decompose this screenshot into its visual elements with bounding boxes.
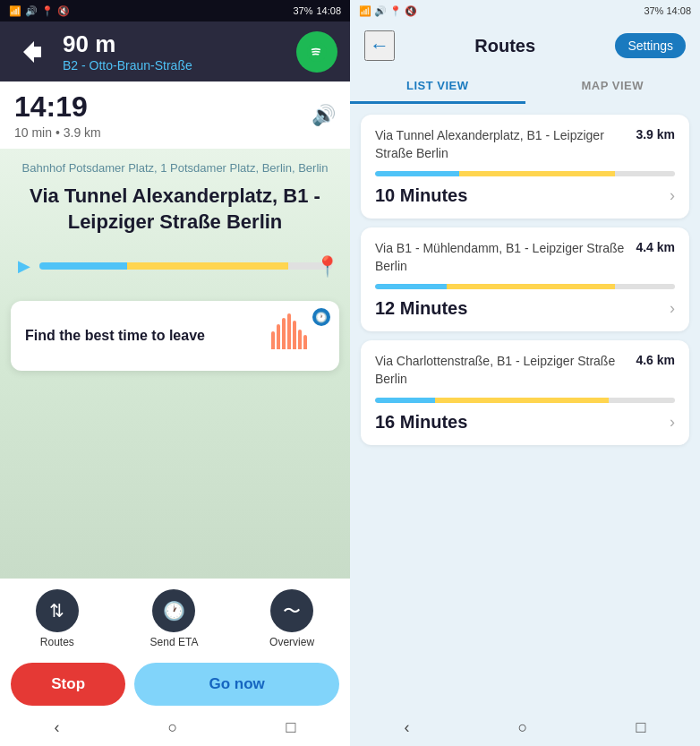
clock-icon: 🕐 bbox=[312, 308, 330, 326]
home-sys-btn-right[interactable]: ○ bbox=[518, 718, 528, 737]
send-eta-btn[interactable]: 🕐 Send ETA bbox=[150, 589, 199, 648]
left-sys-nav: ‹ ○ □ bbox=[0, 713, 350, 746]
home-sys-btn[interactable]: ○ bbox=[168, 718, 178, 737]
bar-4 bbox=[287, 313, 291, 349]
route-card-3-header: Via Charlottenstraße, B1 - Leipziger Str… bbox=[375, 353, 675, 388]
battery-left: 37% bbox=[293, 5, 312, 16]
status-right: 37% 14:08 bbox=[293, 5, 341, 16]
routes-nav-btn[interactable]: ⇅ Routes bbox=[36, 589, 79, 648]
progress-track: 📍 bbox=[39, 262, 332, 270]
signal-icon: 📶 bbox=[9, 5, 21, 17]
route-card-2-time: 12 Minutes bbox=[375, 298, 467, 319]
route-card-3-footer: 16 Minutes › bbox=[375, 412, 675, 433]
turn-arrow bbox=[13, 32, 52, 72]
action-buttons: Stop Go now bbox=[0, 654, 350, 713]
route-card-1[interactable]: Via Tunnel Alexanderplatz, B1 - Leipzige… bbox=[361, 115, 689, 219]
play-icon: ▶ bbox=[18, 256, 30, 276]
chart-icon: 🕐 bbox=[271, 313, 325, 358]
route-card-1-footer: 10 Minutes › bbox=[375, 185, 675, 206]
progress-yellow bbox=[127, 262, 288, 270]
volume-icon[interactable]: 🔊 bbox=[312, 104, 336, 127]
route-card-2-header: Via B1 - Mühlendamm, B1 - Leipziger Stra… bbox=[375, 240, 675, 275]
route-card-3-dist: 4.6 km bbox=[636, 353, 675, 367]
progress-blue bbox=[39, 262, 127, 270]
eta-bar: 14:19 10 min • 3.9 km 🔊 bbox=[0, 81, 350, 149]
go-now-button[interactable]: Go now bbox=[134, 663, 339, 706]
location-icon: 📍 bbox=[41, 5, 54, 17]
routes-header: ← Routes Settings bbox=[350, 21, 700, 61]
bar-7 bbox=[303, 335, 307, 349]
route-1-yellow bbox=[459, 171, 615, 176]
bar-2 bbox=[277, 324, 280, 349]
route-card-1-arrow: › bbox=[670, 186, 675, 205]
recent-sys-btn-right[interactable]: □ bbox=[636, 718, 646, 737]
destination-text: Bahnhof Potsdamer Platz, 1 Potsdamer Pla… bbox=[0, 149, 350, 180]
route-card-3-arrow: › bbox=[670, 413, 675, 432]
send-eta-label: Send ETA bbox=[150, 636, 199, 648]
eta-time: 14:19 bbox=[14, 90, 101, 124]
back-sys-btn-right[interactable]: ‹ bbox=[405, 718, 410, 737]
route-card-1-progress bbox=[375, 171, 675, 176]
map-pin-icon: 📍 bbox=[315, 255, 339, 279]
route-card-1-time: 10 Minutes bbox=[375, 185, 467, 206]
time-left: 14:08 bbox=[316, 5, 341, 16]
route-card-1-name: Via Tunnel Alexanderplatz, B1 - Leipzige… bbox=[375, 127, 628, 162]
route-card-3-name: Via Charlottenstraße, B1 - Leipziger Str… bbox=[375, 353, 628, 388]
route-card-1-dist: 3.9 km bbox=[636, 127, 675, 141]
route-card-2-name: Via B1 - Mühlendamm, B1 - Leipziger Stra… bbox=[375, 240, 628, 275]
eta-meta: 10 min • 3.9 km bbox=[14, 125, 101, 140]
route-card-3-progress bbox=[375, 398, 675, 403]
route-card-2[interactable]: Via B1 - Mühlendamm, B1 - Leipziger Stra… bbox=[361, 227, 689, 331]
map-area: Bahnhof Potsdamer Platz, 1 Potsdamer Pla… bbox=[0, 149, 350, 579]
route-card-2-dist: 4.4 km bbox=[636, 240, 675, 254]
route-card-2-footer: 12 Minutes › bbox=[375, 298, 675, 319]
route-1-blue bbox=[375, 171, 459, 176]
nav-distance: 90 m bbox=[63, 30, 286, 58]
bar-1 bbox=[271, 331, 275, 349]
route-card-3-time: 16 Minutes bbox=[375, 412, 467, 433]
recent-sys-btn[interactable]: □ bbox=[286, 718, 296, 737]
route-card-3[interactable]: Via Charlottenstraße, B1 - Leipziger Str… bbox=[361, 340, 689, 444]
bluetooth-icon: 🔊 bbox=[25, 5, 38, 17]
settings-button[interactable]: Settings bbox=[615, 33, 686, 58]
battery-right: 37% bbox=[644, 5, 663, 16]
right-status-info: 37% 14:08 bbox=[644, 5, 691, 16]
route-3-yellow bbox=[435, 398, 609, 403]
status-icons-left: 📶 🔊 📍 🔇 bbox=[9, 5, 70, 17]
right-sys-nav: ‹ ○ □ bbox=[350, 713, 700, 746]
route-2-blue bbox=[375, 284, 447, 289]
best-time-card[interactable]: Find the best time to leave 🕐 bbox=[11, 301, 339, 371]
bottom-nav: ⇅ Routes 🕐 Send ETA 〜 Overview bbox=[0, 579, 350, 654]
route-2-yellow bbox=[447, 284, 615, 289]
stop-button[interactable]: Stop bbox=[11, 663, 125, 706]
time-right: 14:08 bbox=[666, 5, 691, 16]
left-status-bar: 📶 🔊 📍 🔇 37% 14:08 bbox=[0, 0, 350, 21]
overview-label: Overview bbox=[269, 636, 314, 648]
route-list: Via Tunnel Alexanderplatz, B1 - Leipzige… bbox=[350, 104, 700, 713]
route-card-2-progress bbox=[375, 284, 675, 289]
back-sys-btn[interactable]: ‹ bbox=[55, 718, 60, 737]
tab-list-view[interactable]: LIST VIEW bbox=[350, 70, 525, 104]
mute-icon: 🔇 bbox=[57, 5, 70, 17]
tab-map-view[interactable]: MAP VIEW bbox=[525, 70, 701, 104]
spotify-button[interactable] bbox=[296, 31, 337, 73]
eta-info: 14:19 10 min • 3.9 km bbox=[14, 90, 101, 140]
send-eta-icon: 🕐 bbox=[152, 589, 195, 632]
route-card-2-arrow: › bbox=[670, 299, 675, 318]
back-button[interactable]: ← bbox=[364, 30, 395, 61]
overview-btn[interactable]: 〜 Overview bbox=[269, 589, 314, 648]
nav-header: 90 m B2 - Otto-Braun-Straße bbox=[0, 21, 350, 81]
overview-icon: 〜 bbox=[270, 589, 313, 632]
right-status-icons: 📶 🔊 📍 🔇 bbox=[359, 5, 417, 17]
bar-6 bbox=[298, 330, 302, 349]
routes-title: Routes bbox=[395, 36, 615, 56]
nav-street: B2 - Otto-Braun-Straße bbox=[63, 58, 286, 73]
right-panel: 📶 🔊 📍 🔇 37% 14:08 ← Routes Settings LIST… bbox=[350, 0, 700, 746]
bar-5 bbox=[293, 321, 296, 349]
routes-nav-label: Routes bbox=[40, 636, 74, 648]
left-route-name: Via Tunnel Alexanderplatz, B1 - Leipzige… bbox=[0, 180, 350, 247]
tab-bar: LIST VIEW MAP VIEW bbox=[350, 61, 700, 104]
right-status-bar: 📶 🔊 📍 🔇 37% 14:08 bbox=[350, 0, 700, 21]
left-panel: 📶 🔊 📍 🔇 37% 14:08 90 m B2 - Otto-Braun-S… bbox=[0, 0, 350, 746]
routes-nav-icon: ⇅ bbox=[36, 589, 79, 632]
